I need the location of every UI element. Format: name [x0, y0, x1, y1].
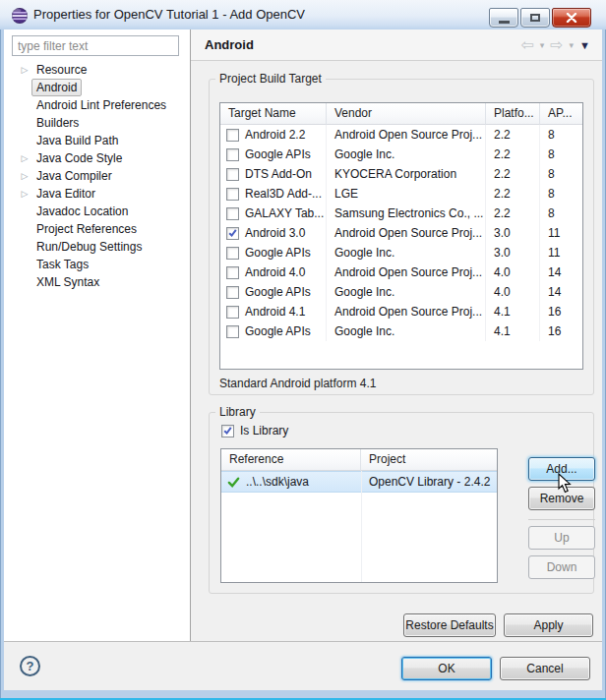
target-platform: 4.0 [486, 282, 540, 302]
column-header-target-name[interactable]: Target Name [220, 103, 327, 125]
filter-input[interactable] [12, 35, 179, 56]
expand-arrow-icon[interactable] [18, 171, 31, 181]
tree-item-run-debug-settings[interactable]: Run/Debug Settings [4, 238, 190, 256]
tree-item-resource[interactable]: Resource [4, 61, 190, 79]
is-library-checkbox[interactable]: Is Library [221, 424, 288, 438]
column-header-api[interactable]: AP... [540, 103, 582, 125]
target-platform: 4.0 [486, 262, 540, 282]
library-row[interactable]: ..\..\sdk\java OpenCV Library - 2.4.2 [221, 471, 497, 493]
title-bar[interactable]: Properties for OpenCV Tutorial 1 - Add O… [0, 0, 606, 29]
expand-arrow-icon[interactable] [18, 65, 31, 75]
target-checkbox[interactable] [226, 168, 239, 181]
target-checkbox[interactable] [226, 325, 239, 338]
target-checkbox[interactable] [226, 286, 239, 299]
back-arrow-icon[interactable]: ⇦ [520, 37, 533, 53]
tree-item-android[interactable]: Android [4, 79, 190, 96]
help-button[interactable]: ? [20, 656, 40, 676]
target-checkbox[interactable] [226, 306, 239, 319]
checkbox-icon[interactable] [221, 425, 234, 438]
table-row[interactable]: Google APIs Google Inc. 4.1 16 [220, 321, 582, 341]
target-checkbox[interactable] [226, 247, 239, 260]
window-title: Properties for OpenCV Tutorial 1 - Add O… [33, 7, 305, 22]
properties-dialog: Properties for OpenCV Tutorial 1 - Add O… [0, 0, 606, 700]
close-button[interactable] [552, 8, 591, 28]
group-label: Project Build Target [215, 72, 326, 86]
target-platform: 2.2 [486, 145, 540, 164]
target-api: 8 [540, 204, 582, 223]
table-row[interactable]: Google APIs Google Inc. 4.0 14 [220, 282, 582, 302]
tree-item-project-references[interactable]: Project References [4, 220, 190, 238]
column-header-reference[interactable]: Reference [221, 449, 361, 471]
tree-item-java-compiler[interactable]: Java Compiler [4, 167, 190, 185]
target-vendor: Google Inc. [327, 243, 486, 262]
tree-item-android-lint-preferences[interactable]: Android Lint Preferences [4, 96, 190, 114]
ok-button[interactable]: OK [401, 657, 492, 680]
tree-item-java-build-path[interactable]: Java Build Path [4, 132, 190, 149]
group-label: Library [215, 405, 260, 419]
target-checkbox[interactable] [226, 266, 239, 279]
view-menu-icon[interactable]: ▼ [579, 40, 590, 51]
table-row[interactable]: Real3D Add-... LGE 2.2 8 [220, 184, 582, 204]
target-checkbox[interactable] [226, 207, 239, 220]
minimize-button[interactable] [489, 8, 518, 28]
cancel-button[interactable]: Cancel [500, 657, 590, 680]
maximize-button[interactable] [520, 8, 550, 28]
column-divider [361, 471, 362, 582]
add-button[interactable]: Add... [528, 457, 595, 481]
table-row[interactable]: Google APIs Google Inc. 2.2 8 [220, 145, 582, 164]
target-api: 11 [540, 243, 582, 262]
table-row[interactable]: GALAXY Tab... Samsung Electronics Co., .… [220, 204, 582, 223]
page-title: Android [205, 37, 254, 52]
target-vendor: Samsung Electronics Co., ... [327, 204, 486, 223]
target-name: Android 4.0 [245, 265, 305, 279]
table-row[interactable]: Android 2.2 Android Open Source Proj... … [220, 125, 582, 145]
apply-button[interactable]: Apply [504, 613, 593, 637]
table-row[interactable]: Android 3.0 Android Open Source Proj... … [220, 223, 582, 243]
target-platform: 3.0 [486, 243, 540, 262]
table-row[interactable]: DTS Add-On KYOCERA Corporation 2.2 8 [220, 164, 582, 184]
target-api: 8 [540, 125, 582, 145]
column-header-project[interactable]: Project [361, 449, 497, 471]
target-api: 8 [540, 164, 582, 184]
target-api: 8 [540, 145, 582, 164]
target-api: 14 [540, 282, 582, 302]
library-reference: ..\..\sdk\java [246, 475, 309, 489]
target-name: Google APIs [245, 246, 311, 260]
forward-history-dropdown-icon[interactable]: ▾ [570, 41, 575, 50]
target-platform: 2.2 [486, 204, 540, 223]
target-checkbox[interactable] [226, 188, 239, 201]
tree-item-javadoc-location[interactable]: Javadoc Location [4, 203, 190, 220]
target-vendor: Android Open Source Proj... [327, 262, 486, 282]
library-group: Library Is Library Reference Project ..\… [209, 412, 594, 594]
target-name: Google APIs [245, 147, 311, 161]
column-header-platform[interactable]: Platfo... [486, 103, 540, 125]
tree-item-builders[interactable]: Builders [4, 114, 190, 132]
target-platform: 4.1 [486, 302, 540, 321]
remove-button[interactable]: Remove [528, 487, 595, 510]
target-checkbox[interactable] [226, 129, 239, 142]
expand-arrow-icon[interactable] [18, 189, 31, 199]
target-vendor: LGE [327, 184, 486, 204]
target-name: DTS Add-On [245, 167, 312, 181]
table-row[interactable]: Android 4.1 Android Open Source Proj... … [220, 302, 582, 321]
tree-item-java-code-style[interactable]: Java Code Style [4, 149, 190, 167]
tree-item-task-tags[interactable]: Task Tags [4, 256, 190, 273]
target-vendor: Android Open Source Proj... [327, 223, 486, 243]
down-button[interactable]: Down [528, 555, 595, 579]
build-target-table-header: Target Name Vendor Platfo... AP... [220, 103, 582, 125]
maximize-icon [530, 14, 540, 22]
tree-item-java-editor[interactable]: Java Editor [4, 185, 190, 203]
target-platform: 2.2 [486, 164, 540, 184]
table-row[interactable]: Google APIs Google Inc. 3.0 11 [220, 243, 582, 262]
table-row[interactable]: Android 4.0 Android Open Source Proj... … [220, 262, 582, 282]
tree-item-xml-syntax[interactable]: XML Syntax [4, 273, 190, 291]
forward-arrow-icon[interactable]: ⇨ [550, 37, 563, 53]
target-name: Android 3.0 [245, 226, 305, 240]
up-button[interactable]: Up [528, 526, 595, 550]
expand-arrow-icon[interactable] [18, 153, 31, 163]
restore-defaults-button[interactable]: Restore Defaults [403, 613, 496, 637]
back-history-dropdown-icon[interactable]: ▾ [540, 41, 545, 50]
target-checkbox[interactable] [226, 148, 239, 161]
column-header-vendor[interactable]: Vendor [327, 103, 486, 125]
target-checkbox[interactable] [226, 227, 239, 240]
